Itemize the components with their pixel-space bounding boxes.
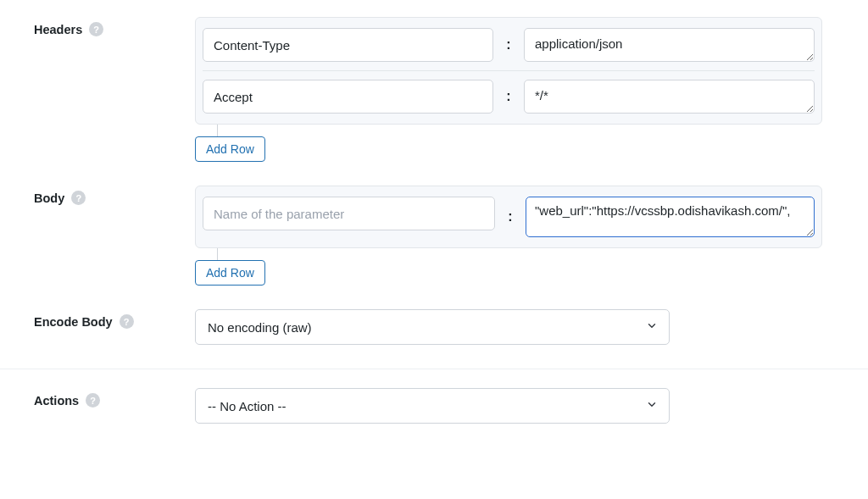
body-section: Body ? : "web_url":"https://vcssbp.odish…: [34, 186, 834, 286]
header-row: : application/json: [203, 25, 815, 65]
body-label: Body: [34, 191, 64, 205]
help-icon[interactable]: ?: [86, 393, 100, 408]
encode-body-select-wrap: No encoding (raw): [195, 309, 670, 345]
connector-line: [217, 125, 218, 136]
headers-label: Headers: [34, 23, 82, 36]
add-header-row-button[interactable]: Add Row: [195, 136, 265, 162]
actions-label-col: Actions ?: [34, 388, 195, 408]
header-key-input[interactable]: [203, 80, 493, 114]
header-row: : */*: [203, 70, 815, 117]
actions-select[interactable]: -- No Action --: [195, 388, 670, 424]
actions-label: Actions: [34, 394, 79, 408]
encode-body-field-col: No encoding (raw): [195, 309, 822, 345]
help-icon[interactable]: ?: [120, 314, 134, 329]
help-icon[interactable]: ?: [71, 191, 86, 205]
add-body-row-button[interactable]: Add Row: [195, 260, 265, 286]
body-field-col: : "web_url":"https://vcssbp.odishavikash…: [195, 186, 822, 286]
headers-field-col: : application/json : */* Add Row: [195, 17, 822, 162]
header-value-textarea[interactable]: */*: [524, 80, 815, 114]
encode-body-select[interactable]: No encoding (raw): [195, 309, 670, 345]
headers-add-row-area: Add Row: [195, 125, 822, 162]
actions-select-wrap: -- No Action --: [195, 388, 670, 424]
header-value-textarea[interactable]: application/json: [524, 28, 815, 62]
headers-panel: : application/json : */*: [195, 17, 822, 125]
body-add-row-area: Add Row: [195, 248, 822, 286]
header-key-input[interactable]: [203, 28, 493, 62]
body-key-input[interactable]: [203, 197, 495, 230]
actions-section: Actions ? -- No Action --: [34, 388, 834, 424]
colon-separator: :: [504, 197, 517, 237]
help-icon[interactable]: ?: [89, 22, 103, 36]
headers-section: Headers ? : application/json : */* Add R…: [34, 17, 834, 162]
section-divider: [0, 369, 868, 369]
body-panel: : "web_url":"https://vcssbp.odishavikash…: [195, 186, 822, 248]
actions-field-col: -- No Action --: [195, 388, 822, 424]
colon-separator: :: [502, 28, 515, 62]
body-label-col: Body ?: [34, 186, 195, 205]
body-value-textarea[interactable]: "web_url":"https://vcssbp.odishavikash.c…: [526, 197, 815, 237]
colon-separator: :: [502, 80, 515, 114]
headers-label-col: Headers ?: [34, 17, 195, 36]
encode-body-label-col: Encode Body ?: [34, 309, 195, 329]
body-row: : "web_url":"https://vcssbp.odishavikash…: [203, 193, 815, 241]
connector-line: [217, 248, 218, 260]
encode-body-label: Encode Body: [34, 315, 113, 329]
encode-body-section: Encode Body ? No encoding (raw): [34, 309, 834, 345]
